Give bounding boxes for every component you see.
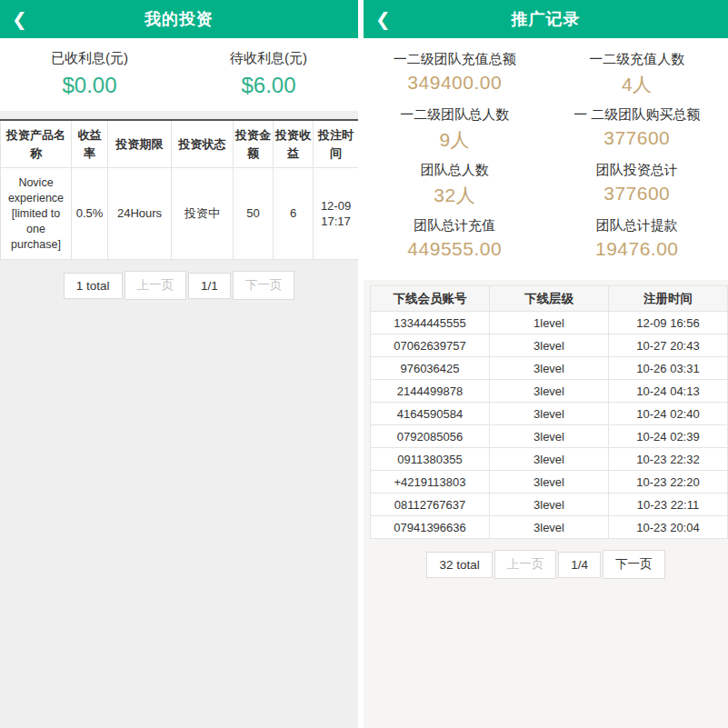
col-member-level: 下线层级 [490, 286, 609, 312]
total-count: 32 total [426, 552, 492, 578]
received-interest-label: 已收利息(元) [0, 50, 179, 67]
stat-label: 团队投资总计 [546, 162, 728, 179]
cell-time: 12-09 17:17 [314, 168, 359, 260]
col-member-account: 下线会员账号 [371, 286, 490, 312]
stat-value: 377600 [546, 183, 728, 204]
page-title: 我的投资 [145, 8, 214, 30]
col-rate: 收益率 [72, 120, 108, 168]
cell-account: 07062639757 [371, 334, 490, 357]
stat-team-withdraw-total: 团队总计提款 19476.00 [546, 214, 728, 265]
next-page-button[interactable]: 下一页 [233, 271, 295, 300]
cell-level: 3level [490, 357, 609, 380]
cell-level: 3level [490, 403, 609, 425]
total-count: 1 total [64, 273, 123, 299]
stat-team-total-people: 团队总人数 32人 [364, 158, 546, 214]
cell-time: 10-24 04:13 [609, 380, 728, 403]
spacer [0, 111, 358, 119]
cell-account: +4219113803 [371, 471, 490, 494]
stat-team12-purchase-total: 一 二级团队购买总额 377600 [546, 103, 728, 158]
referral-table-wrap: 下线会员账号 下线层级 注册时间 13344445555 1level 12-0… [364, 285, 728, 539]
prev-page-button[interactable]: 上一页 [125, 271, 187, 300]
table-row: +4219113803 3level 10-23 22:20 [371, 471, 728, 494]
investment-table-header-row: 投资产品名称 收益率 投资期限 投资状态 投资金额 投资收益 投注时间 [1, 120, 359, 168]
cell-level: 3level [490, 516, 609, 539]
stat-value: 449555.00 [364, 238, 546, 260]
investment-table: 投资产品名称 收益率 投资期限 投资状态 投资金额 投资收益 投注时间 Novi… [0, 119, 359, 260]
page-indicator: 1/4 [558, 552, 601, 578]
interest-summary: 已收利息(元) $0.00 待收利息(元) $6.00 [0, 38, 358, 111]
back-icon[interactable]: ❮ [12, 0, 27, 38]
cell-time: 10-27 20:43 [609, 334, 728, 357]
team-stats: 一二级团队充值总额 349400.00 一二级充值人数 4人 一二级团队总人数 … [364, 38, 728, 280]
cell-time: 10-23 22:11 [609, 494, 728, 516]
cell-time: 10-23 22:32 [609, 448, 728, 471]
my-investment-screen: ❮ 我的投资 已收利息(元) $0.00 待收利息(元) $6.00 投资产品名… [0, 0, 358, 728]
stat-value: 19476.00 [546, 238, 728, 260]
stat-team-invest-total: 团队投资总计 377600 [546, 158, 728, 214]
cell-level: 1level [490, 312, 609, 334]
pending-interest-value: $6.00 [179, 73, 358, 98]
col-product: 投资产品名称 [1, 120, 72, 168]
table-row: 976036425 3level 10-26 03:31 [371, 357, 728, 380]
prev-page-button[interactable]: 上一页 [494, 550, 557, 579]
stat-value: 377600 [546, 127, 728, 149]
stat-label: 一 二级团队购买总额 [546, 106, 728, 124]
cell-account: 13344445555 [371, 312, 490, 334]
left-header: ❮ 我的投资 [0, 0, 358, 38]
cell-level: 3level [490, 471, 609, 494]
cell-level: 3level [490, 425, 609, 448]
cell-time: 10-23 20:04 [609, 516, 728, 539]
cell-account: 0911380355 [371, 448, 490, 471]
stat-label: 一二级充值人数 [546, 51, 728, 68]
cell-level: 3level [490, 448, 609, 471]
table-row: 2144499878 3level 10-24 04:13 [371, 380, 728, 403]
stat-label: 团队总人数 [364, 162, 546, 179]
received-interest: 已收利息(元) $0.00 [0, 50, 179, 98]
pending-interest-label: 待收利息(元) [179, 50, 358, 67]
col-time: 投注时间 [314, 120, 359, 168]
cell-account: 07941396636 [371, 516, 490, 539]
cell-time: 10-26 03:31 [609, 357, 728, 380]
table-row: 4164590584 3level 10-24 02:40 [371, 403, 728, 425]
table-row: 07941396636 3level 10-23 20:04 [371, 516, 728, 539]
cell-time: 12-09 16:56 [609, 312, 728, 334]
cell-product: Novice experience [limited to one purcha… [1, 168, 72, 260]
next-page-button[interactable]: 下一页 [603, 550, 665, 579]
cell-level: 3level [490, 494, 609, 516]
stat-label: 团队总计充值 [364, 217, 546, 234]
stat-value: 4人 [546, 72, 728, 97]
right-pagination: 32 total 上一页 1/4 下一页 [364, 550, 728, 579]
col-register-time: 注册时间 [609, 286, 728, 312]
stat-team12-recharge-total: 一二级团队充值总额 349400.00 [364, 47, 546, 103]
cell-rate: 0.5% [72, 168, 108, 260]
cell-account: 4164590584 [371, 403, 490, 425]
table-row: 08112767637 3level 10-23 22:11 [371, 494, 728, 516]
stat-team12-recharge-people: 一二级充值人数 4人 [546, 47, 728, 103]
back-icon[interactable]: ❮ [375, 0, 391, 38]
cell-time: 10-23 22:20 [609, 471, 728, 494]
stat-label: 团队总计提款 [546, 217, 728, 234]
pending-interest: 待收利息(元) $6.00 [179, 50, 358, 98]
stat-value: 9人 [364, 127, 546, 153]
table-row: 0792085056 3level 10-24 02:39 [371, 425, 728, 448]
right-header: ❮ 推广记录 [364, 0, 728, 38]
col-amount: 投资金额 [234, 120, 274, 168]
cell-account: 0792085056 [371, 425, 490, 448]
col-profit: 投资收益 [274, 120, 314, 168]
stat-team12-total-people: 一二级团队总人数 9人 [364, 103, 546, 158]
table-row: 0911380355 3level 10-23 22:32 [371, 448, 728, 471]
col-period: 投资期限 [108, 120, 172, 168]
cell-status: 投资中 [172, 168, 234, 260]
cell-account: 976036425 [371, 357, 490, 380]
left-pagination: 1 total 上一页 1/1 下一页 [0, 271, 358, 300]
stat-value: 32人 [364, 183, 546, 208]
cell-level: 3level [490, 380, 609, 403]
page-indicator: 1/1 [188, 273, 231, 299]
investment-row: Novice experience [limited to one purcha… [1, 168, 359, 260]
stat-label: 一二级团队充值总额 [364, 51, 546, 68]
cell-time: 10-24 02:39 [609, 425, 728, 448]
cell-account: 2144499878 [371, 380, 490, 403]
table-row: 07062639757 3level 10-27 20:43 [371, 334, 728, 357]
stat-team-recharge-total: 团队总计充值 449555.00 [364, 214, 546, 265]
promotion-record-screen: ❮ 推广记录 一二级团队充值总额 349400.00 一二级充值人数 4人 一二… [364, 0, 728, 728]
